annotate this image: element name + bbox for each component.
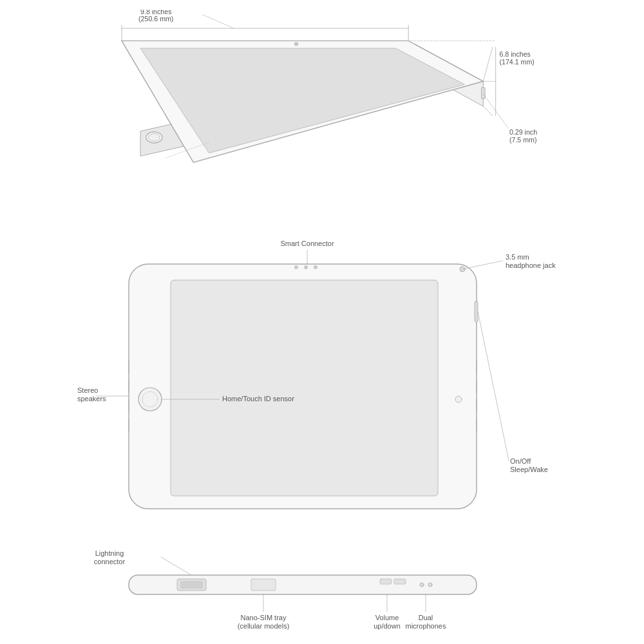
front-section: Smart Connector 3.5 mm headphone jack St… [0, 232, 644, 541]
svg-point-7 [294, 43, 298, 46]
svg-rect-48 [394, 579, 406, 584]
svg-line-16 [483, 106, 493, 116]
svg-line-39 [462, 261, 502, 269]
headphone-jack-label-line1: 3.5 mm [506, 253, 529, 261]
perspective-section: 9.8 inches (250.6 mm) 6.8 inches (174.1 … [0, 0, 644, 219]
svg-point-49 [420, 583, 424, 587]
svg-line-13 [203, 15, 234, 28]
depth-mm: (7.5 mm) [509, 136, 537, 144]
bottom-section: Lightning connector Nano-SIM tray (cellu… [0, 551, 644, 644]
stereo-speakers-line2: speakers [77, 395, 106, 402]
nano-sim-label-line2: (cellular models) [238, 622, 290, 630]
height-mm: (174.1 mm) [499, 58, 534, 66]
width-mm: (250.6 mm) [138, 15, 173, 23]
stereo-speakers-line1: Stereo [77, 386, 98, 394]
svg-rect-46 [251, 579, 276, 591]
home-sensor-label: Home/Touch ID sensor [222, 395, 294, 402]
svg-line-42 [478, 312, 509, 460]
page: 9.8 inches (250.6 mm) 6.8 inches (174.1 … [0, 0, 644, 644]
svg-line-51 [161, 557, 191, 575]
dual-mic-label-line2: microphones [406, 622, 446, 630]
smart-connector-label: Smart Connector [280, 240, 334, 247]
dual-mic-label-line1: Dual [419, 614, 433, 621]
svg-point-22 [138, 388, 162, 411]
svg-rect-47 [380, 579, 392, 584]
svg-point-25 [295, 266, 298, 269]
on-off-line2: Sleep/Wake [510, 466, 548, 473]
lightning-label-line1: Lightning [95, 551, 124, 557]
svg-point-24 [455, 396, 462, 402]
on-off-line1: On/Off [510, 457, 531, 465]
volume-label-line1: Volume [375, 614, 399, 621]
svg-rect-9 [481, 88, 485, 99]
svg-point-26 [305, 266, 308, 269]
height-label: 6.8 inches [499, 50, 530, 58]
svg-line-15 [483, 47, 493, 81]
svg-rect-37 [475, 301, 478, 322]
svg-point-27 [314, 266, 317, 269]
volume-label-line2: up/down [374, 622, 401, 630]
lightning-label-line2: connector [94, 558, 126, 565]
nano-sim-label-line1: Nano-SIM tray [241, 614, 287, 621]
svg-rect-21 [171, 280, 438, 496]
svg-point-50 [428, 583, 432, 587]
depth-label: 0.29 inch [509, 128, 537, 136]
svg-rect-45 [180, 581, 203, 589]
headphone-jack-label-line2: headphone jack [506, 261, 556, 269]
